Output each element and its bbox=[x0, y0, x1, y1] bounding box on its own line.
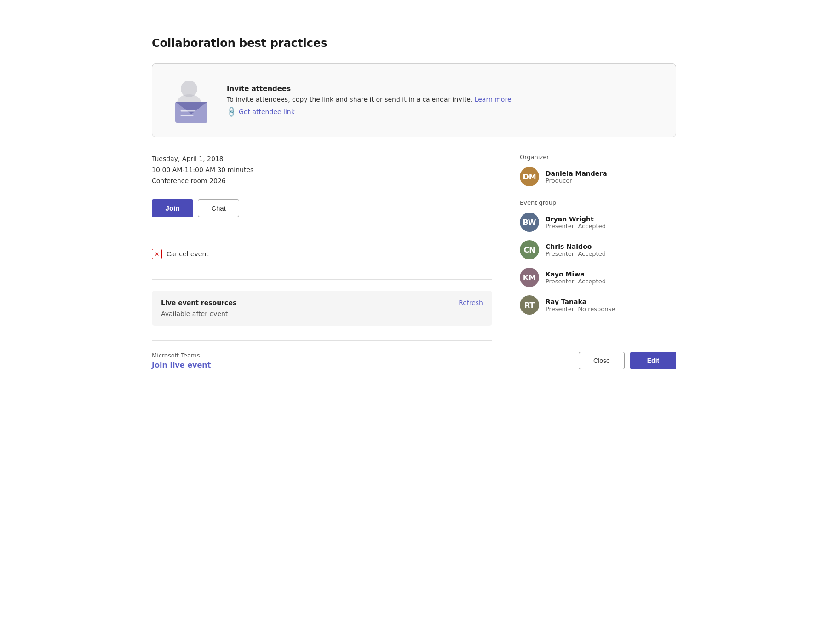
join-live-event-button[interactable]: Join live event bbox=[152, 361, 211, 369]
event-meta: Tuesday, April 1, 2018 10:00 AM-11:00 AM… bbox=[152, 154, 492, 186]
edit-button[interactable]: Edit bbox=[630, 352, 676, 369]
link-icon: 🔗 bbox=[225, 105, 238, 118]
member-avatar: CN bbox=[520, 240, 539, 259]
cancel-label: Cancel event bbox=[167, 250, 209, 258]
member-info: Ray Tanaka Presenter, No response bbox=[546, 298, 615, 312]
member-role: Presenter, Accepted bbox=[546, 250, 606, 257]
member-avatar: RT bbox=[520, 295, 539, 315]
dialog-container: Collaboration best practices Invite atte… bbox=[129, 18, 699, 392]
organizer-block: DM Daniela Mandera Producer bbox=[520, 167, 676, 186]
member-role: Presenter, No response bbox=[546, 305, 615, 312]
resources-header: Live event resources Refresh bbox=[161, 299, 483, 306]
invite-desc: To invite attendees, copy the link and s… bbox=[227, 96, 512, 103]
page-title: Collaboration best practices bbox=[152, 37, 676, 50]
member-avatar: KM bbox=[520, 268, 539, 287]
member-info: Bryan Wright Presenter, Accepted bbox=[546, 215, 606, 230]
member-name: Kayo Miwa bbox=[546, 270, 606, 278]
action-buttons: Join Chat bbox=[152, 199, 492, 217]
learn-more-link[interactable]: Learn more bbox=[475, 96, 512, 103]
cancel-icon: ✕ bbox=[152, 249, 162, 259]
organizer-role: Producer bbox=[546, 177, 607, 184]
member-info: Kayo Miwa Presenter, Accepted bbox=[546, 270, 606, 285]
event-group-label: Event group bbox=[520, 199, 676, 206]
close-button[interactable]: Close bbox=[579, 352, 625, 369]
teams-label: Microsoft Teams bbox=[152, 352, 492, 359]
member-role: Presenter, Accepted bbox=[546, 223, 606, 230]
organizer-section-label: Organizer bbox=[520, 154, 676, 161]
join-button[interactable]: Join bbox=[152, 199, 193, 217]
divider-1 bbox=[152, 232, 492, 232]
resources-title: Live event resources bbox=[161, 299, 236, 306]
member-name: Chris Naidoo bbox=[546, 243, 606, 250]
member-info: Chris Naidoo Presenter, Accepted bbox=[546, 243, 606, 257]
right-column: Organizer DM Daniela Mandera Producer Ev… bbox=[520, 154, 676, 369]
member-name: Bryan Wright bbox=[546, 215, 606, 223]
event-location: Conference room 2026 bbox=[152, 176, 492, 187]
organizer-name: Daniela Mandera bbox=[546, 170, 607, 177]
left-column: Tuesday, April 1, 2018 10:00 AM-11:00 AM… bbox=[152, 154, 492, 369]
cancel-event-row[interactable]: ✕ Cancel event bbox=[152, 243, 492, 264]
invite-illustration bbox=[165, 75, 216, 126]
event-group-member: CN Chris Naidoo Presenter, Accepted bbox=[520, 240, 676, 259]
organizer-info: Daniela Mandera Producer bbox=[546, 170, 607, 184]
invite-title: Invite attendees bbox=[227, 85, 512, 93]
member-avatar: BW bbox=[520, 213, 539, 232]
resources-box: Live event resources Refresh Available a… bbox=[152, 291, 492, 326]
divider-2 bbox=[152, 279, 492, 280]
dialog-footer: Close Edit bbox=[579, 352, 676, 369]
event-time: 10:00 AM-11:00 AM 30 minutes bbox=[152, 165, 492, 176]
divider-3 bbox=[152, 340, 492, 341]
chat-button[interactable]: Chat bbox=[198, 199, 239, 217]
resources-status: Available after event bbox=[161, 310, 228, 317]
invite-text-block: Invite attendees To invite attendees, co… bbox=[227, 85, 512, 116]
event-group-member: RT Ray Tanaka Presenter, No response bbox=[520, 295, 676, 315]
event-group-member: BW Bryan Wright Presenter, Accepted bbox=[520, 213, 676, 232]
event-group-list: BW Bryan Wright Presenter, Accepted CN C… bbox=[520, 213, 676, 315]
member-role: Presenter, Accepted bbox=[546, 278, 606, 285]
member-name: Ray Tanaka bbox=[546, 298, 615, 305]
get-attendee-link[interactable]: 🔗 Get attendee link bbox=[227, 108, 512, 116]
invite-banner: Invite attendees To invite attendees, co… bbox=[152, 63, 676, 137]
event-date: Tuesday, April 1, 2018 bbox=[152, 154, 492, 165]
main-content: Tuesday, April 1, 2018 10:00 AM-11:00 AM… bbox=[152, 154, 676, 369]
event-group-member: KM Kayo Miwa Presenter, Accepted bbox=[520, 268, 676, 287]
teams-join-section: Microsoft Teams Join live event bbox=[152, 340, 492, 369]
organizer-avatar: DM bbox=[520, 167, 539, 186]
refresh-button[interactable]: Refresh bbox=[459, 299, 483, 306]
